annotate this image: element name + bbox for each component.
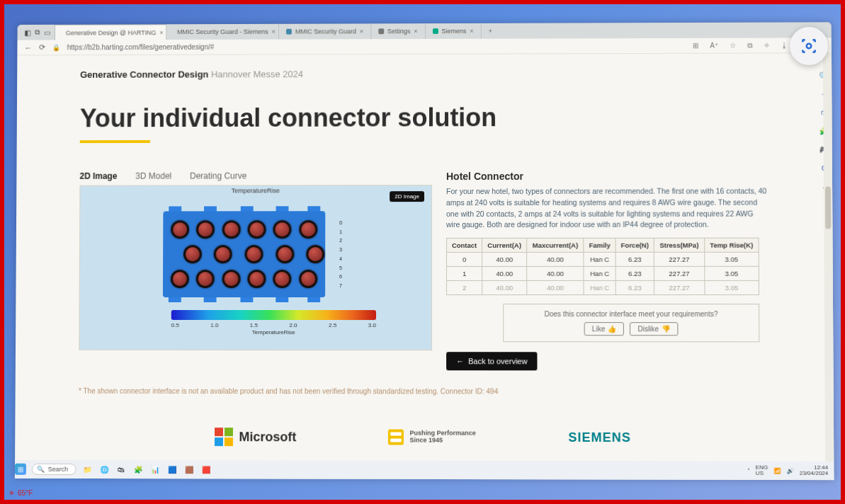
scale-tick: 2.5 <box>329 322 336 328</box>
search-icon: 🔍 <box>37 466 45 473</box>
tab-derating-curve[interactable]: Derating Curve <box>190 171 246 181</box>
pin-labels: 01234567 <box>339 218 342 290</box>
browser-tab[interactable]: Siemens × <box>426 23 482 39</box>
lock-icon[interactable]: 🔒 <box>52 44 60 51</box>
browser-window: ◧ ⧉ ▭ Generative Design @ HARTING × MMIC… <box>15 22 834 480</box>
thumbs-up-icon: 👍 <box>608 325 616 333</box>
workspace-icon[interactable]: ⧉ <box>35 28 40 37</box>
task-edge-icon[interactable]: 🌐 <box>98 464 110 475</box>
close-icon[interactable]: × <box>360 28 363 35</box>
task-app-icon[interactable]: 🧩 <box>132 464 144 475</box>
table-row: 140.0040.00Han C6.23227.273.05 <box>447 266 759 280</box>
tab-favicon <box>433 28 438 34</box>
taskbar-search[interactable]: 🔍 Search <box>32 464 76 475</box>
microsoft-logo: Microsoft <box>215 428 296 446</box>
browser-toolbar: ← ⟳ 🔒 https://b2b.harting.com/files/gene… <box>17 38 832 55</box>
tray-date: 23/04/2024 <box>800 471 829 476</box>
scale-axis-label: TemperatureRise <box>171 329 376 336</box>
tab-label: Settings <box>387 28 410 35</box>
viz-tabs: 2D Image 3D Model Derating Curve <box>79 171 431 181</box>
page-content: Generative Connector Design Hannover Mes… <box>15 53 834 462</box>
tab-2d-image[interactable]: 2D Image <box>79 171 117 181</box>
tab-3d-model[interactable]: 3D Model <box>135 171 171 181</box>
table-row: 240.0040.00Han C6.23227.273.05 <box>447 280 759 294</box>
camera-frame-icon <box>800 37 818 55</box>
viz-badge: 2D Image <box>390 191 424 202</box>
favorites-icon[interactable]: ☆ <box>730 42 736 50</box>
svg-point-0 <box>807 44 812 49</box>
title-underline <box>80 140 150 143</box>
browser-tab[interactable]: MMIC Security Guard - Siemens × <box>166 24 279 40</box>
collections-icon[interactable]: ▭ <box>44 28 50 36</box>
task-app-icon[interactable]: 🟦 <box>166 464 178 475</box>
feedback-prompt: Does this connector interface meet your … <box>509 310 753 318</box>
collections-icon[interactable]: ✧ <box>764 42 769 50</box>
col-header: Temp Rise(K) <box>704 238 759 252</box>
extensions-icon[interactable]: ⊞ <box>693 42 698 50</box>
task-app-icon[interactable]: 🟥 <box>200 464 211 475</box>
col-header: Current(A) <box>482 238 527 252</box>
tray-language[interactable]: ENG US <box>756 465 769 476</box>
col-header: Contact <box>446 238 482 252</box>
task-app-icon[interactable]: 🟫 <box>183 464 194 475</box>
tray-wifi-icon[interactable]: 📶 <box>773 467 781 474</box>
col-header: Family <box>584 238 616 252</box>
weather-icon: ☀ <box>8 489 15 497</box>
tab-label: MMIC Security Guard <box>295 28 356 35</box>
results-table: Contact Current(A) Maxcurrent(A) Family … <box>446 238 759 295</box>
result-description: For your new hotel, two types of connect… <box>446 185 769 231</box>
thumbs-down-icon: 👎 <box>662 325 670 333</box>
like-button[interactable]: Like 👍 <box>584 322 625 336</box>
scale-tick: 2.0 <box>289 322 297 328</box>
col-header: Stress(MPa) <box>654 238 704 252</box>
col-header: Force(N) <box>616 238 654 252</box>
tray-chevron-icon[interactable]: ˄ <box>747 467 750 474</box>
dislike-button[interactable]: Dislike 👎 <box>630 322 678 336</box>
task-app-icon[interactable]: 📊 <box>149 464 161 475</box>
browser-tab[interactable]: Settings × <box>371 23 426 39</box>
back-to-overview-button[interactable]: ← Back to overview <box>446 352 538 370</box>
split-icon[interactable]: ⧉ <box>747 41 752 50</box>
harting-logo: Pushing Performance Since 1945 <box>388 429 475 445</box>
tray-volume-icon[interactable]: 🔊 <box>787 467 794 474</box>
address-url[interactable]: https://b2b.harting.com/files/generative… <box>67 43 215 51</box>
screen-capture-button[interactable] <box>790 27 828 65</box>
browser-tab[interactable]: Generative Design @ HARTING × <box>55 24 166 40</box>
siemens-logo: SIEMENS <box>568 430 631 445</box>
scale-tick: 1.5 <box>250 322 258 328</box>
refresh-icon[interactable]: ⟳ <box>39 43 45 52</box>
taskbar-weather[interactable]: ☀ 65°F <box>8 489 33 497</box>
back-icon[interactable]: ← <box>24 43 32 52</box>
color-scale-bar <box>171 310 376 320</box>
task-store-icon[interactable]: 🛍 <box>115 464 127 475</box>
new-tab-button[interactable]: + <box>482 23 499 39</box>
tab-label: Siemens <box>442 28 467 35</box>
tab-favicon <box>286 29 292 35</box>
close-icon[interactable]: × <box>272 28 276 35</box>
close-icon[interactable]: × <box>470 28 473 35</box>
microsoft-icon <box>215 428 233 446</box>
downloads-icon[interactable]: ⭳ <box>781 41 788 49</box>
start-button[interactable]: ⊞ <box>15 464 26 475</box>
scale-tick: 3.0 <box>368 322 376 328</box>
scale-tick: 1.0 <box>210 322 218 328</box>
feedback-panel: Does this connector interface meet your … <box>503 304 759 342</box>
close-icon[interactable]: × <box>159 29 163 36</box>
col-header: Maxcurrent(A) <box>527 238 584 252</box>
tab-favicon <box>378 28 384 34</box>
tab-label: Generative Design @ HARTING <box>66 29 157 36</box>
read-aloud-icon[interactable]: A⁺ <box>710 42 718 50</box>
close-icon[interactable]: × <box>414 28 417 35</box>
breadcrumb-sub: Hannover Messe 2024 <box>211 69 303 79</box>
profile-icon[interactable]: ◧ <box>24 28 30 36</box>
color-scale: 0.5 1.0 1.5 2.0 2.5 3.0 TemperatureRise <box>171 310 376 336</box>
harting-icon <box>388 429 404 445</box>
tab-label: MMIC Security Guard - Siemens <box>177 28 268 35</box>
sponsor-logos: Microsoft Pushing Performance Since 1945… <box>15 418 834 457</box>
system-tray[interactable]: ˄ ENG US 📶 🔊 12:44 23/04/2024 <box>747 465 829 476</box>
browser-tab[interactable]: MMIC Security Guard × <box>279 23 371 39</box>
breadcrumb-main: Generative Connector Design <box>80 69 208 80</box>
task-explorer-icon[interactable]: 📁 <box>81 464 93 475</box>
disclaimer-text: * The shown connector interface is not a… <box>79 387 769 396</box>
result-title: Hotel Connector <box>446 170 768 182</box>
